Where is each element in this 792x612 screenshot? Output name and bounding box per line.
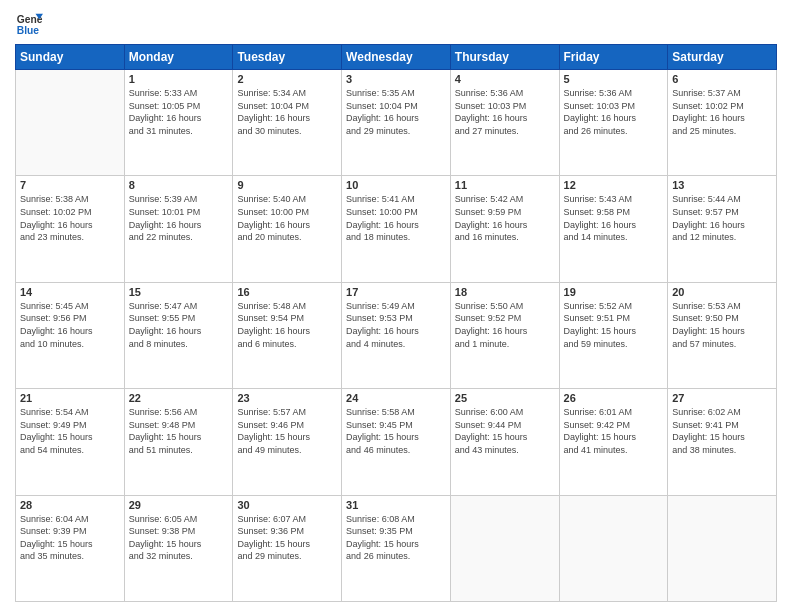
day-number: 29 [129,499,229,511]
day-number: 22 [129,392,229,404]
calendar-day-cell: 20Sunrise: 5:53 AM Sunset: 9:50 PM Dayli… [668,282,777,388]
day-detail: Sunrise: 5:54 AM Sunset: 9:49 PM Dayligh… [20,406,120,456]
calendar-day-cell: 31Sunrise: 6:08 AM Sunset: 9:35 PM Dayli… [342,495,451,601]
calendar-week-row: 28Sunrise: 6:04 AM Sunset: 9:39 PM Dayli… [16,495,777,601]
day-number: 25 [455,392,555,404]
weekday-header-cell: Monday [124,45,233,70]
calendar-day-cell: 4Sunrise: 5:36 AM Sunset: 10:03 PM Dayli… [450,70,559,176]
weekday-header-cell: Friday [559,45,668,70]
calendar-header-row: SundayMondayTuesdayWednesdayThursdayFrid… [16,45,777,70]
calendar-day-cell [559,495,668,601]
calendar-table: SundayMondayTuesdayWednesdayThursdayFrid… [15,44,777,602]
calendar-day-cell: 3Sunrise: 5:35 AM Sunset: 10:04 PM Dayli… [342,70,451,176]
weekday-header-cell: Saturday [668,45,777,70]
calendar-day-cell: 7Sunrise: 5:38 AM Sunset: 10:02 PM Dayli… [16,176,125,282]
calendar-day-cell: 6Sunrise: 5:37 AM Sunset: 10:02 PM Dayli… [668,70,777,176]
day-number: 6 [672,73,772,85]
day-number: 27 [672,392,772,404]
day-detail: Sunrise: 5:45 AM Sunset: 9:56 PM Dayligh… [20,300,120,350]
logo: General Blue [15,10,43,38]
weekday-header-cell: Wednesday [342,45,451,70]
day-detail: Sunrise: 5:44 AM Sunset: 9:57 PM Dayligh… [672,193,772,243]
day-detail: Sunrise: 5:48 AM Sunset: 9:54 PM Dayligh… [237,300,337,350]
day-number: 17 [346,286,446,298]
day-number: 10 [346,179,446,191]
day-detail: Sunrise: 6:07 AM Sunset: 9:36 PM Dayligh… [237,513,337,563]
day-number: 9 [237,179,337,191]
day-number: 5 [564,73,664,85]
day-detail: Sunrise: 6:04 AM Sunset: 9:39 PM Dayligh… [20,513,120,563]
calendar-day-cell: 18Sunrise: 5:50 AM Sunset: 9:52 PM Dayli… [450,282,559,388]
day-detail: Sunrise: 5:49 AM Sunset: 9:53 PM Dayligh… [346,300,446,350]
weekday-header-cell: Sunday [16,45,125,70]
day-detail: Sunrise: 5:36 AM Sunset: 10:03 PM Daylig… [455,87,555,137]
day-detail: Sunrise: 5:33 AM Sunset: 10:05 PM Daylig… [129,87,229,137]
header: General Blue [15,10,777,38]
day-number: 8 [129,179,229,191]
day-number: 24 [346,392,446,404]
calendar-day-cell: 26Sunrise: 6:01 AM Sunset: 9:42 PM Dayli… [559,389,668,495]
day-detail: Sunrise: 5:42 AM Sunset: 9:59 PM Dayligh… [455,193,555,243]
day-number: 31 [346,499,446,511]
day-number: 16 [237,286,337,298]
day-detail: Sunrise: 6:08 AM Sunset: 9:35 PM Dayligh… [346,513,446,563]
day-number: 15 [129,286,229,298]
calendar-day-cell: 11Sunrise: 5:42 AM Sunset: 9:59 PM Dayli… [450,176,559,282]
day-number: 3 [346,73,446,85]
day-detail: Sunrise: 5:53 AM Sunset: 9:50 PM Dayligh… [672,300,772,350]
calendar-day-cell: 21Sunrise: 5:54 AM Sunset: 9:49 PM Dayli… [16,389,125,495]
calendar-day-cell: 15Sunrise: 5:47 AM Sunset: 9:55 PM Dayli… [124,282,233,388]
calendar-day-cell: 30Sunrise: 6:07 AM Sunset: 9:36 PM Dayli… [233,495,342,601]
day-detail: Sunrise: 5:34 AM Sunset: 10:04 PM Daylig… [237,87,337,137]
day-detail: Sunrise: 6:05 AM Sunset: 9:38 PM Dayligh… [129,513,229,563]
calendar-day-cell: 22Sunrise: 5:56 AM Sunset: 9:48 PM Dayli… [124,389,233,495]
svg-text:Blue: Blue [17,25,40,36]
day-detail: Sunrise: 5:38 AM Sunset: 10:02 PM Daylig… [20,193,120,243]
calendar-day-cell: 19Sunrise: 5:52 AM Sunset: 9:51 PM Dayli… [559,282,668,388]
day-detail: Sunrise: 5:40 AM Sunset: 10:00 PM Daylig… [237,193,337,243]
day-detail: Sunrise: 5:52 AM Sunset: 9:51 PM Dayligh… [564,300,664,350]
calendar-week-row: 21Sunrise: 5:54 AM Sunset: 9:49 PM Dayli… [16,389,777,495]
day-detail: Sunrise: 5:36 AM Sunset: 10:03 PM Daylig… [564,87,664,137]
day-number: 13 [672,179,772,191]
day-number: 20 [672,286,772,298]
day-number: 30 [237,499,337,511]
calendar-day-cell: 27Sunrise: 6:02 AM Sunset: 9:41 PM Dayli… [668,389,777,495]
calendar-day-cell [668,495,777,601]
calendar-day-cell: 9Sunrise: 5:40 AM Sunset: 10:00 PM Dayli… [233,176,342,282]
day-number: 4 [455,73,555,85]
day-number: 7 [20,179,120,191]
day-detail: Sunrise: 5:39 AM Sunset: 10:01 PM Daylig… [129,193,229,243]
day-number: 19 [564,286,664,298]
calendar-day-cell: 17Sunrise: 5:49 AM Sunset: 9:53 PM Dayli… [342,282,451,388]
calendar-day-cell: 13Sunrise: 5:44 AM Sunset: 9:57 PM Dayli… [668,176,777,282]
day-number: 26 [564,392,664,404]
day-number: 14 [20,286,120,298]
weekday-header-cell: Tuesday [233,45,342,70]
calendar-day-cell: 24Sunrise: 5:58 AM Sunset: 9:45 PM Dayli… [342,389,451,495]
calendar-day-cell: 5Sunrise: 5:36 AM Sunset: 10:03 PM Dayli… [559,70,668,176]
day-detail: Sunrise: 5:47 AM Sunset: 9:55 PM Dayligh… [129,300,229,350]
day-detail: Sunrise: 5:56 AM Sunset: 9:48 PM Dayligh… [129,406,229,456]
day-number: 23 [237,392,337,404]
day-detail: Sunrise: 5:41 AM Sunset: 10:00 PM Daylig… [346,193,446,243]
day-detail: Sunrise: 6:01 AM Sunset: 9:42 PM Dayligh… [564,406,664,456]
calendar-day-cell: 23Sunrise: 5:57 AM Sunset: 9:46 PM Dayli… [233,389,342,495]
day-detail: Sunrise: 5:58 AM Sunset: 9:45 PM Dayligh… [346,406,446,456]
calendar-day-cell [450,495,559,601]
day-number: 1 [129,73,229,85]
day-number: 18 [455,286,555,298]
day-detail: Sunrise: 5:35 AM Sunset: 10:04 PM Daylig… [346,87,446,137]
calendar-day-cell: 8Sunrise: 5:39 AM Sunset: 10:01 PM Dayli… [124,176,233,282]
day-number: 11 [455,179,555,191]
day-number: 28 [20,499,120,511]
calendar-day-cell: 25Sunrise: 6:00 AM Sunset: 9:44 PM Dayli… [450,389,559,495]
day-detail: Sunrise: 6:00 AM Sunset: 9:44 PM Dayligh… [455,406,555,456]
day-detail: Sunrise: 5:37 AM Sunset: 10:02 PM Daylig… [672,87,772,137]
page: General Blue SundayMondayTuesdayWednesda… [0,0,792,612]
calendar-week-row: 14Sunrise: 5:45 AM Sunset: 9:56 PM Dayli… [16,282,777,388]
day-detail: Sunrise: 6:02 AM Sunset: 9:41 PM Dayligh… [672,406,772,456]
calendar-day-cell: 29Sunrise: 6:05 AM Sunset: 9:38 PM Dayli… [124,495,233,601]
day-detail: Sunrise: 5:57 AM Sunset: 9:46 PM Dayligh… [237,406,337,456]
calendar-week-row: 1Sunrise: 5:33 AM Sunset: 10:05 PM Dayli… [16,70,777,176]
